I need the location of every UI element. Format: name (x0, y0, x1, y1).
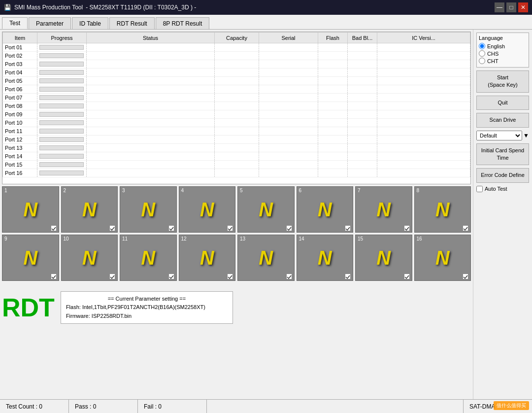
empty-cell (318, 161, 348, 169)
empty-cell (87, 102, 215, 110)
empty-cell (377, 43, 470, 52)
error-code-button[interactable]: Error Code Define (476, 168, 529, 182)
lang-chs-label: CHS (487, 51, 499, 57)
lang-cht-radio[interactable] (479, 58, 485, 64)
port-card[interactable]: 4N (179, 186, 236, 233)
port-card[interactable]: 13N (237, 235, 295, 281)
empty-cell (318, 94, 348, 102)
port-card[interactable]: 15N (355, 235, 412, 281)
port-card[interactable]: 6N (297, 186, 354, 233)
empty-cell (215, 60, 259, 69)
port-card[interactable]: 10N (61, 235, 118, 281)
start-button[interactable]: Start (Space Key) (476, 70, 529, 93)
status-pass: Pass : 0 (69, 400, 138, 413)
progress-bar (39, 87, 84, 92)
table-row: Port 12 (3, 136, 470, 144)
tab-parameter[interactable]: Parameter (29, 17, 71, 29)
progress-cell (37, 52, 87, 60)
progress-bar (39, 145, 84, 150)
port-card-number: 8 (417, 188, 420, 193)
progress-cell (37, 161, 87, 169)
port-card-status-icon: N (82, 200, 97, 219)
empty-cell (87, 152, 215, 161)
port-name-cell: Port 14 (3, 152, 37, 161)
empty-cell (215, 102, 259, 110)
port-card[interactable]: 11N (120, 235, 177, 281)
port-card[interactable]: 8N (414, 186, 471, 233)
empty-cell (377, 52, 470, 60)
quit-button[interactable]: Quit (476, 96, 529, 110)
table-row: Port 04 (3, 69, 470, 77)
empty-cell (259, 102, 318, 110)
close-button[interactable]: ✕ (518, 2, 528, 12)
empty-cell (87, 136, 215, 144)
maximize-button[interactable]: □ (506, 2, 516, 12)
port-card[interactable]: 16N (414, 235, 471, 281)
lang-chs-radio[interactable] (479, 50, 485, 57)
port-card-number: 4 (181, 188, 184, 193)
port-name-cell: Port 13 (3, 144, 37, 152)
param-flash: Flash: Intel,1Tbit,PF29F01T2ANCTH2(B16A)… (66, 303, 228, 312)
profile-select[interactable]: Default (476, 131, 522, 140)
port-card[interactable]: 7N (355, 186, 412, 233)
empty-cell (87, 60, 215, 69)
minimize-button[interactable]: — (495, 2, 504, 12)
empty-cell (348, 119, 377, 127)
port-card[interactable]: 2N (61, 186, 118, 233)
lang-english-radio[interactable] (479, 43, 485, 49)
empty-cell (377, 119, 470, 127)
tab-test[interactable]: Test (2, 17, 28, 29)
port-card-number: 2 (64, 188, 66, 193)
empty-cell (87, 77, 215, 85)
empty-cell (318, 110, 348, 119)
empty-cell (215, 144, 259, 152)
port-card[interactable]: 14N (297, 235, 354, 281)
tab-id-table[interactable]: ID Table (72, 17, 108, 29)
port-name-cell: Port 06 (3, 85, 37, 94)
table-row: Port 10 (3, 119, 470, 127)
app-subtitle: - SM2258XT T1119D (DII : T0302A_3D ) - (86, 4, 196, 11)
port-card-checkbox (51, 274, 57, 279)
empty-cell (215, 119, 259, 127)
empty-cell (215, 43, 259, 52)
empty-cell (259, 85, 318, 94)
scan-drive-button[interactable]: Scan Drive (476, 113, 529, 127)
port-card-number: 15 (358, 236, 363, 241)
col-capacity: Capacity (215, 33, 259, 43)
port-card-status-icon: N (141, 200, 155, 219)
dropdown-arrow-icon: ▼ (523, 132, 529, 139)
port-card[interactable]: 1N (2, 186, 59, 233)
empty-cell (87, 85, 215, 94)
port-name-cell: Port 15 (3, 161, 37, 169)
port-card[interactable]: 12N (179, 235, 236, 281)
port-card-checkbox (109, 274, 115, 279)
auto-test-checkbox[interactable] (476, 186, 483, 192)
progress-bar (39, 171, 84, 175)
param-box: == Current Parameter setting == Flash: I… (61, 291, 233, 324)
port-card[interactable]: 5N (237, 186, 295, 233)
empty-cell (259, 161, 318, 169)
empty-cell (377, 136, 470, 144)
empty-cell (318, 144, 348, 152)
tab-rdt-result[interactable]: RDT Result (109, 17, 155, 29)
empty-cell (377, 77, 470, 85)
port-name-cell: Port 05 (3, 77, 37, 85)
empty-cell (348, 52, 377, 60)
empty-cell (87, 144, 215, 152)
empty-cell (348, 110, 377, 119)
empty-cell (318, 102, 348, 110)
empty-cell (318, 136, 348, 144)
port-card[interactable]: 9N (2, 235, 59, 281)
empty-cell (259, 94, 318, 102)
port-card-checkbox (404, 274, 410, 279)
initial-card-button[interactable]: Initial Card Spend Time (476, 143, 529, 166)
port-card[interactable]: 3N (120, 186, 177, 233)
tab-8p-rdt-result[interactable]: 8P RDT Result (156, 17, 210, 29)
empty-cell (318, 127, 348, 136)
empty-cell (377, 152, 470, 161)
statusbar: Test Count : 0 Pass : 0 Fail : 0 SAT-DMA (0, 399, 532, 413)
progress-bar (39, 53, 84, 58)
port-card-checkbox (463, 274, 468, 279)
content-area: Item Progress Status Capacity Serial Fla… (0, 30, 473, 399)
empty-cell (348, 161, 377, 169)
